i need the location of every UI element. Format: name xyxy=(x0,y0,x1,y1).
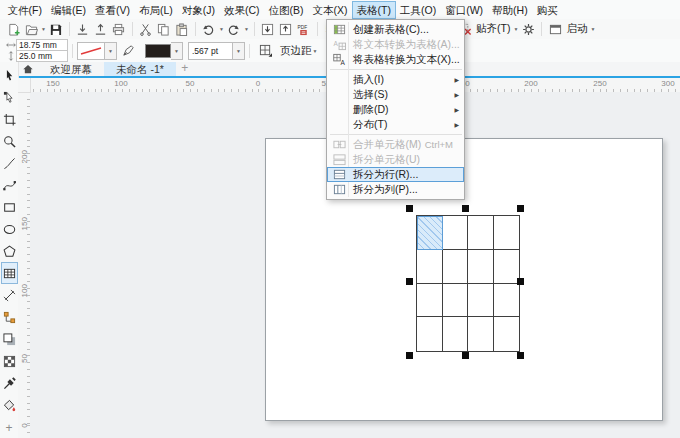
export-button[interactable] xyxy=(277,20,295,38)
menu-item-create-new-table[interactable]: 创建新表格(C)... xyxy=(327,22,464,37)
connector-tool[interactable] xyxy=(1,306,18,328)
table-cell[interactable] xyxy=(468,317,494,351)
open-dropdown-arrow[interactable]: ▼ xyxy=(41,26,46,32)
table-cell[interactable] xyxy=(468,216,494,250)
outline-style-selector[interactable] xyxy=(77,42,105,60)
chevron-down-icon[interactable]: ▼ xyxy=(590,26,595,32)
undo-button[interactable] xyxy=(200,20,218,38)
launch-button[interactable]: 启动 xyxy=(566,22,587,36)
redo-dropdown-arrow[interactable]: ▼ xyxy=(244,26,249,32)
selection-handle[interactable] xyxy=(406,352,413,359)
table-cell[interactable] xyxy=(417,250,443,284)
menubar-item-view[interactable]: 查看(V) xyxy=(90,1,134,19)
rectangle-tool[interactable] xyxy=(1,196,18,218)
options-gear-button[interactable] xyxy=(519,20,537,38)
selected-table-cell[interactable] xyxy=(417,216,443,250)
tab-untitled-1[interactable]: 未命名 -1* xyxy=(104,62,176,76)
menubar-item-tools[interactable]: 工具(O) xyxy=(396,1,441,19)
ellipse-tool[interactable] xyxy=(1,218,18,240)
interactive-fill-tool[interactable] xyxy=(1,394,18,416)
menubar-item-file[interactable]: 文件(F) xyxy=(3,1,46,19)
zoom-tool[interactable] xyxy=(1,130,18,152)
drawing-table[interactable] xyxy=(416,215,520,352)
upload-button[interactable] xyxy=(92,20,110,38)
undo-dropdown-arrow[interactable]: ▼ xyxy=(219,26,224,32)
table-cell[interactable] xyxy=(417,317,443,351)
selection-handle[interactable] xyxy=(462,352,469,359)
new-document-button[interactable] xyxy=(4,20,22,38)
tab-welcome[interactable]: 欢迎屏幕 xyxy=(38,62,104,76)
eyedropper-tool[interactable] xyxy=(1,372,18,394)
new-tab-button[interactable]: + xyxy=(176,62,194,76)
outline-pen-icon[interactable] xyxy=(119,42,137,60)
table-cell[interactable] xyxy=(494,216,520,250)
open-button[interactable] xyxy=(22,20,40,38)
menu-item-delete[interactable]: 删除(D)▶ xyxy=(327,102,464,117)
table-cell[interactable] xyxy=(443,216,469,250)
publish-pdf-button[interactable]: PDF xyxy=(295,20,313,38)
home-button[interactable] xyxy=(18,62,38,76)
menubar-item-edit[interactable]: 编辑(E) xyxy=(46,1,90,19)
menu-item-convert-table-to-text[interactable]: A将表格转换为文本(X)... xyxy=(327,52,464,67)
chevron-down-icon[interactable]: ▼ xyxy=(513,26,518,32)
table-cell[interactable] xyxy=(443,250,469,284)
selection-handle[interactable] xyxy=(462,205,469,212)
copy-button[interactable] xyxy=(155,20,173,38)
table-cell[interactable] xyxy=(494,250,520,284)
drop-shadow-tool[interactable] xyxy=(1,328,18,350)
table-cell[interactable] xyxy=(494,284,520,318)
outline-color-dropdown-arrow[interactable]: ▼ xyxy=(171,42,183,60)
menubar-item-bitmaps[interactable]: 位图(B) xyxy=(264,1,308,19)
outline-color-swatch[interactable] xyxy=(145,44,171,58)
margins-button[interactable]: 页边距 ▼ xyxy=(276,42,322,60)
table-cell[interactable] xyxy=(468,284,494,318)
menu-item-split-into-rows[interactable]: 拆分为行(R)... xyxy=(327,167,464,182)
object-height-field[interactable]: 25.0 mm xyxy=(16,50,68,62)
menubar-item-effects[interactable]: 效果(C) xyxy=(220,1,265,19)
paste-button[interactable] xyxy=(173,20,191,38)
redo-button[interactable] xyxy=(225,20,243,38)
import-button[interactable] xyxy=(259,20,277,38)
pattern-fill-tool[interactable] xyxy=(1,350,18,372)
freehand-tool[interactable] xyxy=(1,152,18,174)
menubar-item-layout[interactable]: 布局(L) xyxy=(134,1,177,19)
crop-tool[interactable] xyxy=(1,108,18,130)
menubar-item-text[interactable]: 文本(X) xyxy=(308,1,352,19)
menu-item-distribute[interactable]: 分布(T)▶ xyxy=(327,117,464,132)
save-button[interactable] xyxy=(47,20,65,38)
polygon-tool[interactable] xyxy=(1,240,18,262)
menu-item-split-into-columns[interactable]: 拆分为列(P)... xyxy=(327,182,464,197)
menu-item-select[interactable]: 选择(S)▶ xyxy=(327,87,464,102)
selection-handle[interactable] xyxy=(406,278,413,285)
selection-handle[interactable] xyxy=(517,278,524,285)
dimension-tool[interactable] xyxy=(1,284,18,306)
pick-tool[interactable] xyxy=(1,64,18,86)
menubar-item-buy[interactable]: 购买 xyxy=(532,1,562,19)
selection-handle[interactable] xyxy=(517,352,524,359)
selection-handle[interactable] xyxy=(406,205,413,212)
download-button[interactable] xyxy=(74,20,92,38)
table-cell[interactable] xyxy=(443,284,469,318)
launch-icon[interactable] xyxy=(546,20,564,38)
print-button[interactable] xyxy=(110,20,128,38)
bezier-tool[interactable] xyxy=(1,174,18,196)
table-cell[interactable] xyxy=(468,250,494,284)
menubar-item-object[interactable]: 对象(J) xyxy=(177,1,219,19)
table-cell[interactable] xyxy=(417,284,443,318)
selection-handle[interactable] xyxy=(517,205,524,212)
table-cell[interactable] xyxy=(494,317,520,351)
menubar-item-table[interactable]: 表格(T) xyxy=(352,1,395,19)
menubar-item-help[interactable]: 帮助(H) xyxy=(488,1,533,19)
menubar-item-window[interactable]: 窗口(W) xyxy=(441,1,488,19)
outline-width-dropdown-arrow[interactable]: ▼ xyxy=(233,42,245,60)
shape-tool[interactable] xyxy=(1,86,18,108)
add-tools-button[interactable]: + xyxy=(1,416,18,438)
menu-item-insert[interactable]: 插入(I)▶ xyxy=(327,72,464,87)
snap-button[interactable]: 贴齐(T) xyxy=(476,22,510,36)
borders-icon[interactable] xyxy=(256,42,274,60)
table-cell[interactable] xyxy=(443,317,469,351)
outline-width-combo[interactable]: .567 pt xyxy=(188,42,233,60)
outline-style-dropdown-arrow[interactable]: ▼ xyxy=(105,42,117,60)
table-tool[interactable] xyxy=(1,262,18,284)
cut-button[interactable] xyxy=(137,20,155,38)
